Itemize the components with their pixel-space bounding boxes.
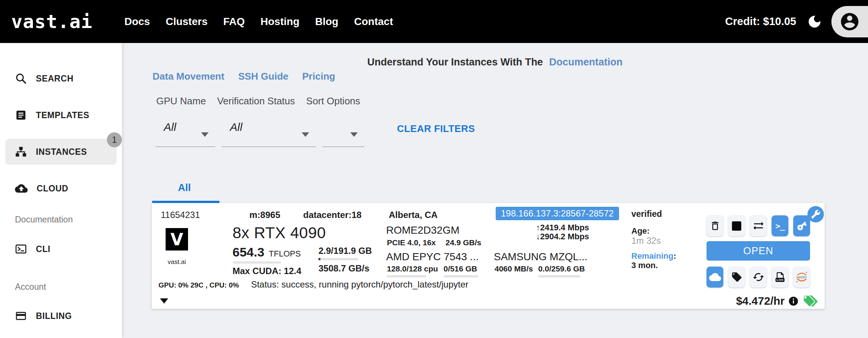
- network-speeds: ↑2419.4 Mbps ↓2904.2 Mbps: [536, 223, 589, 241]
- instances-icon: [15, 146, 27, 158]
- gpu-cpu-stats: GPU: 0% 29C , CPU: 0%: [158, 281, 239, 289]
- dark-mode-toggle[interactable]: [807, 14, 822, 30]
- pcie-row: PCIE 4.0, 16x 24.9 GB/s: [387, 238, 481, 247]
- ram-usage: 0/516 GB: [444, 264, 477, 273]
- sidebar-item-search[interactable]: SEARCH: [5, 65, 117, 92]
- download-speed: ↓2904.2 Mbps: [536, 232, 589, 241]
- templates-icon: [15, 109, 27, 121]
- cpu-cores-bar: [387, 275, 426, 277]
- cpu-stats-row: 128.0/128 cpu 0/516 GB: [387, 264, 478, 277]
- logs-button[interactable]: LOG: [772, 267, 788, 288]
- pricing-link[interactable]: Pricing: [302, 71, 335, 82]
- nav-item-contact[interactable]: Contact: [354, 16, 393, 28]
- search-icon: [15, 73, 27, 84]
- page-title: Understand Your Instances With The Docum…: [122, 56, 868, 68]
- disk-stats-row: 4060 MB/s 0.0/259.6 GB: [495, 264, 585, 277]
- sort-options-select[interactable]: [322, 118, 364, 147]
- verified-badge: verified: [631, 209, 662, 219]
- sidebar-item-templates[interactable]: TEMPLATES: [5, 102, 117, 128]
- info-icon[interactable]: [788, 296, 799, 307]
- nav-item-clusters[interactable]: Clusters: [166, 16, 207, 28]
- cpu-cores-stat: 128.0/128 cpu: [387, 264, 438, 277]
- gpu-name: 8x RTX 4090: [233, 224, 326, 242]
- key-icon: [794, 218, 809, 234]
- tflops-row: 654.3 TFLOPS: [233, 245, 301, 259]
- wrench-icon: [811, 209, 821, 219]
- instance-actions: >_ OPEN: [707, 203, 810, 309]
- ssh-guide-link[interactable]: SSH Guide: [238, 71, 288, 82]
- nav-item-docs[interactable]: Docs: [124, 16, 150, 28]
- log-label: LOG: [775, 278, 785, 282]
- memory-bandwidth: 3508.7 GB/s: [318, 263, 369, 274]
- documentation-link[interactable]: Documentation: [549, 56, 623, 68]
- account-menu[interactable]: [831, 6, 868, 37]
- action-row-top: >_: [707, 215, 810, 236]
- disk-speed-stat: 4060 MB/s: [495, 264, 533, 277]
- price-tags-icon: [802, 294, 819, 308]
- tflops-unit: TFLOPS: [269, 249, 301, 259]
- pcie-bandwidth: 24.9 GB/s: [446, 238, 481, 247]
- fix-button[interactable]: [807, 206, 824, 222]
- instance-card: 11654231 m:8965 datacenter:18 Alberta, C…: [152, 203, 825, 309]
- vastai-logo[interactable]: vast.ai: [11, 11, 93, 33]
- open-button[interactable]: OPEN: [707, 241, 810, 261]
- sidebar-item-label: CLOUD: [37, 184, 68, 194]
- datacenter-id: datacenter:18: [303, 210, 361, 220]
- avatar-icon: [839, 11, 860, 32]
- location: Alberta, CA: [389, 210, 438, 220]
- remaining-colon: :: [673, 251, 676, 261]
- upload-speed: ↑2419.4 Mbps: [536, 223, 589, 232]
- action-row-bottom: LOG jupyter: [707, 267, 810, 288]
- delete-button[interactable]: [707, 215, 723, 236]
- sidebar-section-account: Account: [0, 279, 122, 294]
- logo-caption: vast.ai: [160, 258, 194, 266]
- trash-icon: [710, 220, 721, 231]
- verification-status-select[interactable]: All: [222, 118, 316, 147]
- remaining-value: 3 mon.: [631, 261, 658, 270]
- cloud-sync-button[interactable]: [707, 267, 723, 288]
- price-per-hour: $4.472/hr: [736, 295, 785, 307]
- gpu-name-select[interactable]: All: [156, 118, 215, 147]
- vram-usage: 2.9/191.9 GB: [318, 246, 372, 256]
- nav-item-hosting[interactable]: Hosting: [261, 16, 299, 28]
- stop-button[interactable]: [728, 215, 745, 236]
- sidebar-item-billing[interactable]: BILLING: [5, 303, 117, 329]
- download-arrow-icon: ↓: [536, 232, 540, 241]
- nav-item-faq[interactable]: FAQ: [223, 16, 245, 28]
- disk-usage-bar: [538, 275, 580, 277]
- clear-filters-button[interactable]: CLEAR FILTERS: [397, 123, 475, 135]
- jupyter-label: jupyter: [797, 275, 807, 279]
- credit-balance: Credit: $10.05: [725, 15, 796, 28]
- machine-id: m:8965: [249, 210, 280, 220]
- terminal-button[interactable]: >_: [772, 215, 788, 236]
- instances-page: Understand Your Instances With The Docum…: [122, 43, 868, 338]
- nav-item-blog[interactable]: Blog: [315, 16, 338, 28]
- nav-menu: Docs Clusters FAQ Hosting Blog Contact: [124, 16, 393, 28]
- navbar-right: Credit: $10.05: [725, 0, 868, 43]
- ssh-key-button[interactable]: [793, 215, 810, 236]
- sidebar-item-cli[interactable]: CLI: [5, 236, 117, 262]
- transfer-button[interactable]: [750, 215, 767, 236]
- age-value: 1m 32s: [631, 236, 661, 246]
- expand-caret-icon[interactable]: [160, 298, 168, 304]
- vastai-card-logo: V: [166, 228, 188, 251]
- cloud-icon: [709, 271, 721, 283]
- cloud-upload-icon: [15, 182, 28, 195]
- recreate-button[interactable]: [750, 267, 767, 288]
- data-movement-link[interactable]: Data Movement: [153, 71, 224, 82]
- gpu-name-value: All: [156, 118, 215, 133]
- sidebar-item-cloud[interactable]: CLOUD: [5, 175, 117, 202]
- jupyter-button[interactable]: jupyter: [793, 267, 810, 288]
- moon-icon: [807, 14, 822, 30]
- sidebar-item-instances[interactable]: INSTANCES 1: [5, 139, 117, 165]
- chevron-down-icon: [201, 132, 209, 137]
- download-value: 2904.2 Mbps: [540, 232, 589, 241]
- ip-address-badge[interactable]: 198.166.137.3:28567-28572: [496, 207, 619, 220]
- upload-value: 2419.4 Mbps: [540, 223, 589, 232]
- label-button[interactable]: [728, 267, 745, 288]
- tflops-value: 654.3: [233, 245, 264, 259]
- tab-all[interactable]: All: [178, 182, 191, 194]
- remaining-label: Remaining:: [631, 251, 676, 261]
- sidebar-item-label: BILLING: [36, 311, 72, 321]
- top-navbar: vast.ai Docs Clusters FAQ Hosting Blog C…: [0, 0, 868, 43]
